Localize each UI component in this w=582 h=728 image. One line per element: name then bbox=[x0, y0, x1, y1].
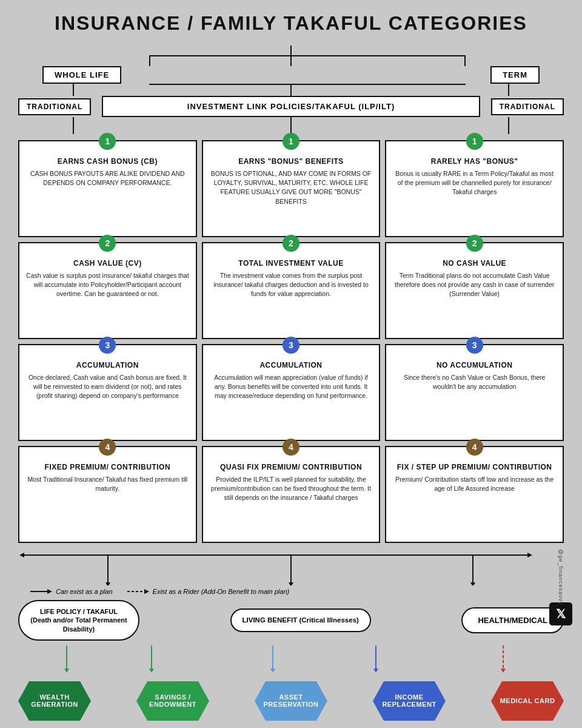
legend-solid: Can exist as a plan bbox=[30, 588, 113, 595]
svg-marker-20 bbox=[373, 669, 378, 673]
living-benefit-box: LIVING BENEFIT (Critical Illnesses) bbox=[230, 608, 371, 632]
card-body-2-3: Term Traditional plans do not accumulate… bbox=[392, 271, 557, 299]
card-title-2-1: CASH VALUE (CV) bbox=[25, 259, 190, 268]
hex-medical-card: MEDICAL CARD bbox=[491, 681, 564, 721]
trad-right-box: TRADITIONAL bbox=[491, 98, 564, 115]
card-body-1-1: CASH BONUS PAYOUTS ARE ALIKE DIVIDEND AN… bbox=[25, 169, 190, 187]
card-num-2-3: 2 bbox=[466, 235, 483, 252]
hex-asset-preservation: ASSET PRESERVATION bbox=[255, 681, 327, 721]
svg-marker-10 bbox=[47, 589, 52, 594]
trad-left-box: TRADITIONAL bbox=[18, 98, 91, 115]
term-box: TERM bbox=[490, 66, 540, 84]
card-num-4-2: 4 bbox=[283, 439, 299, 456]
bottom-section: Can exist as a plan Exist as a Rider (Ad… bbox=[18, 549, 564, 721]
card-title-1-3: RARELY HAS "BONUS" bbox=[392, 157, 557, 166]
card-4-3: 4 FIX / STEP UP PREMIUM/ CONTIRBUTION Pr… bbox=[385, 446, 564, 543]
hex-row: WEALTH GENERATION SAVINGS / ENDOWMENT AS… bbox=[18, 681, 564, 721]
card-body-4-1: Most Traditional Insurance/ Takaful has … bbox=[25, 475, 190, 493]
health-medical-container: HEALTH/MEDICAL 𝕏 bbox=[461, 607, 564, 633]
bottom-arrows-svg bbox=[18, 645, 564, 673]
hex-wealth-generation: WEALTH GENERATION bbox=[18, 681, 91, 721]
legend-dashed: Exist as a Rider (Add-On Benefit to main… bbox=[127, 588, 290, 595]
card-num-1-3: 1 bbox=[466, 133, 483, 150]
card-4-1: 4 FIXED PREMIUM/ CONTRIBUTION Most Tradi… bbox=[18, 446, 197, 543]
branch-row: WHOLE LIFE TERM bbox=[18, 66, 564, 84]
card-1-2: 1 EARNS "BONUS" BENEFITS BONUS IS OPTION… bbox=[202, 140, 381, 237]
svg-marker-8 bbox=[470, 582, 475, 585]
card-title-1-1: EARNS CASH BONUS (CB) bbox=[25, 157, 190, 166]
health-medical-box: HEALTH/MEDICAL bbox=[461, 607, 564, 633]
card-title-4-1: FIXED PREMIUM/ CONTRIBUTION bbox=[25, 463, 190, 471]
card-title-3-2: ACCUMULATION bbox=[209, 361, 373, 369]
svg-marker-16 bbox=[149, 669, 154, 673]
card-title-2-3: NO CASH VALUE bbox=[392, 259, 557, 268]
page-title: INSURANCE / FAMILY TAKAFUL CATEGORIES bbox=[18, 12, 564, 35]
card-num-4-1: 4 bbox=[99, 439, 116, 456]
ilp-box: INVESTMENT LINK POLICIES/TAKAFUL (ILP/IL… bbox=[102, 96, 480, 117]
card-body-4-2: Provided the ILP/ILT is well planned for… bbox=[209, 475, 373, 503]
card-num-2-2: 2 bbox=[283, 235, 299, 252]
legend-dashed-label: Exist as a Rider (Add-On Benefit to main… bbox=[153, 588, 290, 595]
card-1-3: 1 RARELY HAS "BONUS" Bonus is usually RA… bbox=[385, 140, 564, 237]
x-logo: 𝕏 bbox=[549, 602, 572, 625]
card-num-2-1: 2 bbox=[99, 235, 116, 252]
card-title-4-3: FIX / STEP UP PREMIUM/ CONTIRBUTION bbox=[392, 463, 557, 471]
svg-marker-22 bbox=[501, 669, 506, 673]
card-2-2: 2 TOTAL INVESTMENT VALUE The investment … bbox=[202, 242, 381, 339]
card-4-2: 4 QUASI FIX PREMIUM/ CONTRIBUTION Provid… bbox=[202, 446, 381, 543]
svg-marker-1 bbox=[19, 553, 24, 558]
card-title-2-2: TOTAL INVESTMENT VALUE bbox=[209, 259, 373, 268]
card-3-3: 3 NO ACCUMULATION Since there's no Cash … bbox=[385, 344, 564, 441]
card-body-1-2: BONUS IS OPTIONAL, AND MAY COME IN FORMS… bbox=[209, 169, 373, 206]
card-num-3-1: 3 bbox=[99, 337, 116, 354]
card-num-1-1: 1 bbox=[99, 133, 116, 150]
card-body-2-1: Cash value is surplus post insurance/ ta… bbox=[25, 271, 190, 299]
legend-solid-label: Can exist as a plan bbox=[56, 588, 113, 595]
watermark: @ge_financesavvy bbox=[558, 549, 564, 605]
card-body-3-2: Accumulation will mean appreciation (val… bbox=[209, 373, 373, 401]
card-num-3-3: 3 bbox=[466, 337, 483, 354]
whole-life-box: WHOLE LIFE bbox=[42, 66, 121, 84]
svg-marker-4 bbox=[105, 582, 110, 585]
title-connector bbox=[18, 46, 564, 55]
card-body-1-3: Bonus is usually RARE in a Term Policy/T… bbox=[392, 169, 557, 197]
card-num-4-3: 4 bbox=[466, 439, 483, 456]
solid-arrow-icon bbox=[30, 588, 52, 595]
card-body-4-3: Premium/ Contribution starts off low and… bbox=[392, 475, 557, 493]
life-policy-box: LIFE POLICY / TAKAFUL (Death and/or Tota… bbox=[18, 600, 139, 641]
page-container: INSURANCE / FAMILY TAKAFUL CATEGORIES WH… bbox=[0, 0, 582, 728]
top-branch-line bbox=[18, 55, 564, 66]
benefits-row: LIFE POLICY / TAKAFUL (Death and/or Tota… bbox=[18, 600, 564, 641]
svg-marker-2 bbox=[527, 553, 532, 558]
card-1-1: 1 EARNS CASH BONUS (CB) CASH BONUS PAYOU… bbox=[18, 140, 197, 237]
svg-marker-6 bbox=[289, 582, 293, 585]
card-body-3-3: Since there's no Cash Value or Cash Bonu… bbox=[392, 373, 557, 391]
card-3-1: 3 ACCUMULATION Once declared, Cash value… bbox=[18, 344, 197, 441]
card-title-3-1: ACCUMULATION bbox=[25, 361, 190, 369]
legend-area: Can exist as a plan Exist as a Rider (Ad… bbox=[30, 588, 564, 595]
dashed-arrow-icon bbox=[127, 588, 149, 595]
second-connector bbox=[18, 117, 564, 134]
svg-marker-14 bbox=[64, 669, 69, 673]
card-2-3: 2 NO CASH VALUE Term Traditional plans d… bbox=[385, 242, 564, 339]
branch-connector bbox=[18, 84, 564, 96]
card-title-1-2: EARNS "BONUS" BENEFITS bbox=[209, 157, 373, 166]
card-num-3-2: 3 bbox=[283, 337, 299, 354]
card-3-2: 3 ACCUMULATION Accumulation will mean ap… bbox=[202, 344, 381, 441]
card-body-3-1: Once declared, Cash value and Cash bonus… bbox=[25, 373, 190, 401]
card-2-1: 2 CASH VALUE (CV) Cash value is surplus … bbox=[18, 242, 197, 339]
hex-income-replacement: INCOME REPLACEMENT bbox=[373, 681, 446, 721]
card-num-1-2: 1 bbox=[283, 133, 299, 150]
hex-savings-endowment: SAVINGS / ENDOWMENT bbox=[136, 681, 209, 721]
second-row: TRADITIONAL INVESTMENT LINK POLICIES/TAK… bbox=[18, 96, 564, 117]
svg-marker-12 bbox=[144, 589, 149, 594]
card-body-2-2: The investment value comes from the surp… bbox=[209, 271, 373, 299]
card-title-4-2: QUASI FIX PREMIUM/ CONTRIBUTION bbox=[209, 463, 373, 471]
connector-arrows-svg bbox=[18, 549, 564, 585]
main-grid: 1 EARNS CASH BONUS (CB) CASH BONUS PAYOU… bbox=[18, 140, 564, 543]
card-title-3-3: NO ACCUMULATION bbox=[392, 361, 557, 369]
svg-marker-18 bbox=[270, 669, 275, 673]
